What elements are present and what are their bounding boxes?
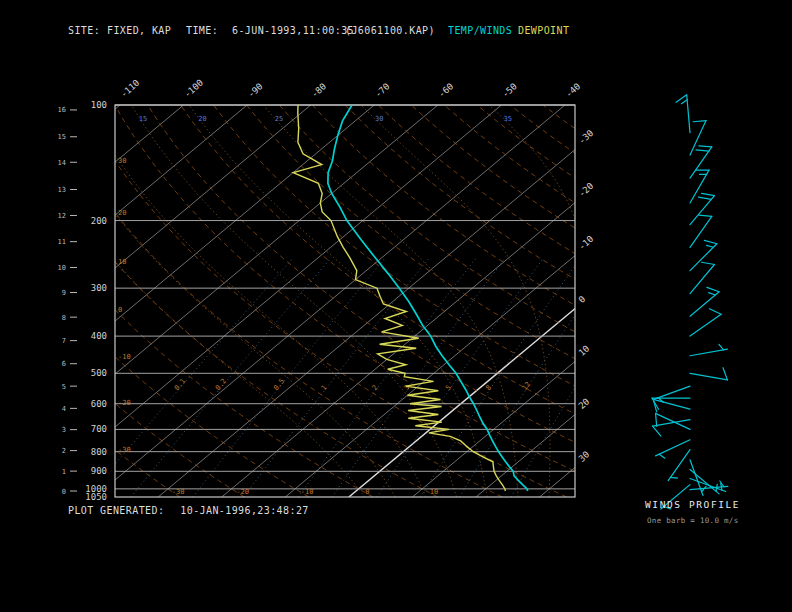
wind-barbs bbox=[652, 95, 728, 509]
svg-text:8: 8 bbox=[62, 314, 66, 322]
svg-text:6: 6 bbox=[62, 360, 66, 368]
svg-text:20: 20 bbox=[118, 209, 126, 217]
svg-text:-100: -100 bbox=[182, 78, 205, 100]
svg-text:800: 800 bbox=[91, 447, 107, 457]
svg-text:-10: -10 bbox=[301, 488, 314, 496]
temperature-trace bbox=[328, 105, 528, 491]
svg-text:0.5: 0.5 bbox=[272, 377, 286, 392]
svg-text:0.2: 0.2 bbox=[214, 377, 228, 392]
svg-text:4: 4 bbox=[62, 405, 66, 413]
svg-text:14: 14 bbox=[58, 159, 66, 167]
svg-text:-30: -30 bbox=[118, 446, 131, 454]
svg-text:9: 9 bbox=[62, 289, 66, 297]
svg-text:5: 5 bbox=[62, 383, 66, 391]
svg-text:12: 12 bbox=[58, 212, 66, 220]
plot-generated: PLOT GENERATED:10-JAN-1996,23:48:27 bbox=[68, 505, 309, 516]
winds-profile-title: WINDS PROFILE bbox=[645, 499, 740, 510]
svg-text:100: 100 bbox=[91, 100, 107, 110]
dry-adiabat-labels: -30-30-20-20-10-100010102030 bbox=[118, 157, 438, 496]
svg-text:7: 7 bbox=[62, 337, 66, 345]
pressure-gridlines bbox=[115, 105, 575, 497]
svg-text:-60: -60 bbox=[437, 81, 456, 99]
svg-text:-70: -70 bbox=[373, 81, 392, 99]
svg-text:12: 12 bbox=[521, 380, 533, 392]
svg-text:-30: -30 bbox=[577, 128, 596, 146]
svg-text:-80: -80 bbox=[309, 81, 328, 99]
svg-text:1: 1 bbox=[62, 468, 66, 476]
svg-text:20: 20 bbox=[198, 115, 206, 123]
svg-text:-20: -20 bbox=[236, 488, 249, 496]
svg-text:200: 200 bbox=[91, 216, 107, 226]
svg-text:15: 15 bbox=[139, 115, 147, 123]
svg-text:3: 3 bbox=[62, 426, 66, 434]
svg-text:0.1: 0.1 bbox=[173, 377, 187, 392]
svg-text:-20: -20 bbox=[577, 181, 596, 199]
svg-text:-20: -20 bbox=[118, 399, 131, 407]
svg-text:1: 1 bbox=[320, 384, 329, 392]
svg-text:1050: 1050 bbox=[85, 492, 107, 502]
svg-text:15: 15 bbox=[58, 133, 66, 141]
svg-text:0: 0 bbox=[365, 488, 369, 496]
svg-text:10: 10 bbox=[577, 343, 592, 358]
svg-text:300: 300 bbox=[91, 283, 107, 293]
svg-text:2: 2 bbox=[371, 384, 380, 392]
winds-profile-note: One barb = 10.0 m/s bbox=[647, 516, 739, 525]
svg-text:8: 8 bbox=[484, 384, 493, 392]
svg-text:-10: -10 bbox=[577, 234, 596, 252]
svg-text:-10: -10 bbox=[118, 353, 131, 361]
svg-text:30: 30 bbox=[118, 157, 126, 165]
pressure-axis-labels: 10020030040050060070080090010001050 bbox=[85, 100, 107, 502]
sounding-traces bbox=[293, 105, 528, 491]
height-axis-ticks: 161514131211109876543210 bbox=[58, 106, 77, 495]
temperature-axis-labels-right: -30-20-100102030 bbox=[577, 128, 596, 464]
svg-text:11: 11 bbox=[58, 238, 66, 246]
svg-text:-50: -50 bbox=[500, 81, 519, 99]
svg-text:2: 2 bbox=[62, 447, 66, 455]
temperature-axis-labels-top: -110-100-90-80-70-60-50-40 bbox=[119, 78, 583, 100]
svg-text:0: 0 bbox=[577, 294, 588, 305]
skewt-app-window: SITE: FIXED, KAP TIME: 6-JUN-1993,11:00:… bbox=[0, 0, 792, 612]
svg-text:13: 13 bbox=[58, 186, 66, 194]
svg-text:20: 20 bbox=[577, 396, 592, 411]
svg-text:700: 700 bbox=[91, 424, 107, 434]
svg-text:600: 600 bbox=[91, 399, 107, 409]
plot-generated-label: PLOT GENERATED: bbox=[68, 505, 164, 516]
svg-text:30: 30 bbox=[577, 449, 592, 464]
svg-text:400: 400 bbox=[91, 331, 107, 341]
svg-text:-110: -110 bbox=[119, 78, 142, 100]
svg-text:10: 10 bbox=[118, 258, 126, 266]
svg-text:30: 30 bbox=[375, 115, 383, 123]
svg-text:-30: -30 bbox=[172, 488, 185, 496]
svg-text:10: 10 bbox=[58, 264, 66, 272]
svg-text:0: 0 bbox=[118, 306, 122, 314]
svg-text:-40: -40 bbox=[564, 81, 583, 99]
plot-generated-value: 10-JAN-1996,23:48:27 bbox=[180, 505, 308, 516]
svg-text:500: 500 bbox=[91, 368, 107, 378]
svg-text:5: 5 bbox=[444, 384, 453, 392]
svg-text:0: 0 bbox=[62, 488, 66, 496]
svg-text:-90: -90 bbox=[246, 81, 265, 99]
svg-text:900: 900 bbox=[91, 466, 107, 476]
svg-text:10: 10 bbox=[430, 488, 438, 496]
svg-text:16: 16 bbox=[58, 106, 66, 114]
svg-text:35: 35 bbox=[504, 115, 512, 123]
svg-text:25: 25 bbox=[275, 115, 283, 123]
